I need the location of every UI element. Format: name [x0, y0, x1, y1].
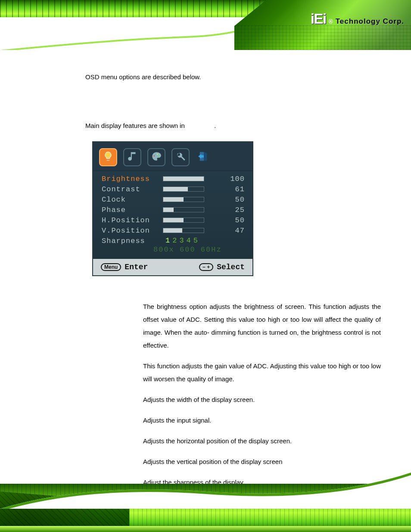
desc-hposition: Adjusts the horizontal position of the d… [143, 435, 381, 448]
osd-label: Phase [102, 206, 163, 214]
osd-row-brightness: Brightness 100 [102, 174, 245, 184]
svg-point-2 [157, 153, 158, 155]
osd-resolution: 800x 600 60Hz [102, 245, 245, 255]
osd-tab-display [99, 148, 117, 166]
osd-tab-audio [123, 148, 141, 166]
osd-bar [163, 187, 204, 192]
osd-value: 100 [221, 175, 245, 183]
osd-footer: Menu Enter − + Select [93, 259, 252, 275]
exit-door-icon [198, 151, 209, 164]
scale-5: 5 [193, 236, 200, 245]
footer-swoosh [0, 470, 411, 509]
osd-sharpness-scale: 12345 [165, 236, 245, 245]
osd-value: 50 [221, 216, 245, 224]
osd-row-hposition: H.Position 50 [102, 215, 245, 225]
osd-label: Contrast [102, 185, 163, 193]
desc-clock: Adjusts the width of the display screen. [143, 393, 381, 406]
music-note-icon [127, 151, 138, 164]
select-label: Select [217, 263, 245, 271]
scale-1: 1 [165, 236, 172, 245]
osd-label: Clock [102, 196, 163, 204]
osd-menu-figure: Brightness 100 Contrast 61 Clock 50 Phas… [92, 141, 253, 276]
osd-label: Sharpness [102, 237, 163, 245]
osd-row-clock: Clock 50 [102, 194, 245, 205]
description-list: The brightness option adjusts the bright… [143, 300, 381, 489]
osd-label: V.Position [102, 227, 163, 235]
logo-corp-text: Technology Corp. [336, 18, 404, 25]
desc-brightness: The brightness option adjusts the bright… [143, 300, 381, 352]
scale-3: 3 [179, 236, 186, 245]
registered-mark: ® [328, 19, 333, 25]
osd-value: 47 [221, 227, 245, 235]
osd-label: H.Position [102, 216, 163, 224]
osd-tab-tools [171, 148, 190, 166]
brand-logo: iEi ® Technology Corp. [311, 11, 404, 26]
osd-tab-row [93, 142, 252, 171]
osd-bar [163, 176, 204, 181]
desc-vposition: Adjusts the vertical position of the dis… [143, 455, 381, 468]
subintro-prefix: Main display features are shown in [85, 122, 187, 129]
osd-bar [163, 197, 204, 202]
osd-bar [163, 218, 204, 223]
tools-icon [175, 151, 186, 164]
logo-text: iEi [311, 11, 326, 26]
osd-label: Brightness [102, 175, 163, 183]
desc-contrast: This function adjusts the gain value of … [143, 360, 381, 386]
osd-bar [163, 207, 204, 212]
page-header-graphic: iEi ® Technology Corp. [0, 0, 411, 50]
scale-4: 4 [187, 236, 193, 245]
subintro-suffix: . [214, 122, 216, 129]
scale-2: 2 [172, 236, 179, 245]
osd-body: Brightness 100 Contrast 61 Clock 50 Phas… [93, 171, 252, 259]
intro-text: OSD menu options are described below. [85, 73, 382, 81]
select-pill: − + [199, 263, 213, 271]
osd-tab-color [147, 148, 165, 166]
menu-pill: Menu [101, 263, 121, 271]
subintro-text: Main display features are shown in . [85, 122, 382, 129]
osd-row-contrast: Contrast 61 [102, 184, 245, 194]
svg-point-1 [155, 153, 156, 155]
svg-marker-5 [204, 152, 207, 160]
svg-point-0 [154, 155, 155, 156]
osd-bar [163, 228, 204, 233]
osd-value: 61 [221, 185, 245, 193]
desc-phase: Adjusts the input signal. [143, 414, 381, 427]
lightbulb-icon [103, 151, 114, 164]
enter-label: Enter [125, 263, 148, 271]
osd-value: 50 [221, 196, 245, 204]
osd-value: 25 [221, 206, 245, 214]
osd-tab-exit [196, 148, 212, 166]
osd-row-phase: Phase 25 [102, 205, 245, 215]
osd-row-vposition: V.Position 47 [102, 225, 245, 236]
svg-point-3 [158, 155, 159, 156]
palette-icon [151, 151, 162, 164]
